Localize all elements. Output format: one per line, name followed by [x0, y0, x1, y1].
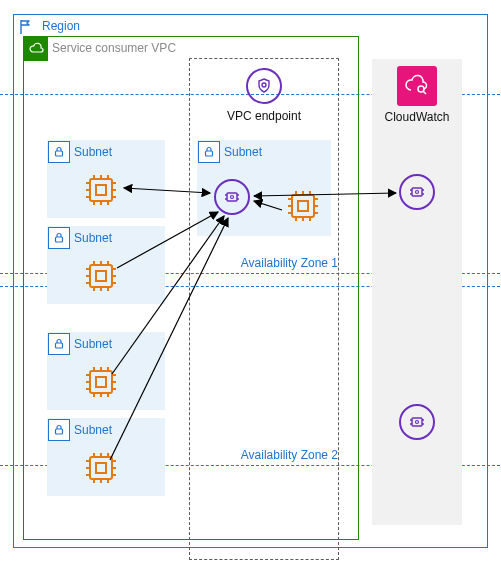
svg-rect-82: [90, 457, 112, 479]
svg-rect-81: [56, 429, 63, 434]
diagram-canvas: Region Availability Zone 1 Availability …: [0, 0, 501, 561]
subnet-az1-public: Subnet: [197, 140, 331, 236]
svg-rect-16: [90, 179, 112, 201]
svg-rect-66: [56, 343, 63, 348]
subnet-label: Subnet: [74, 337, 112, 351]
svg-rect-83: [96, 463, 106, 473]
svg-rect-67: [90, 371, 112, 393]
svg-rect-46: [227, 193, 237, 201]
vpc-endpoint-column: VPC endpoint: [189, 58, 339, 560]
svg-rect-32: [96, 271, 106, 281]
lock-icon: [48, 227, 70, 249]
network-interface-icon: [399, 404, 435, 440]
subnet-az2-1: Subnet: [47, 332, 165, 410]
network-interface-icon: [399, 174, 435, 210]
lock-icon: [48, 141, 70, 163]
lock-icon: [48, 333, 70, 355]
lock-icon: [198, 141, 220, 163]
cpu-chip-icon: [82, 257, 120, 295]
svg-rect-53: [298, 201, 308, 211]
svg-rect-15: [56, 151, 63, 156]
svg-point-8: [416, 191, 419, 194]
network-interface-icon: [214, 179, 250, 215]
shield-icon: [246, 68, 282, 104]
subnet-az1-2: Subnet: [47, 226, 165, 304]
svg-rect-45: [206, 151, 213, 156]
subnet-az1-1: Subnet: [47, 140, 165, 218]
subnet-label: Subnet: [74, 145, 112, 159]
svg-rect-30: [56, 237, 63, 242]
vpc-label: Service consumer VPC: [52, 41, 176, 55]
svg-point-14: [416, 421, 419, 424]
svg-rect-52: [292, 195, 314, 217]
cloud-icon: [24, 37, 48, 61]
cpu-chip-icon: [82, 449, 120, 487]
svg-point-0: [262, 83, 266, 87]
lock-icon: [48, 419, 70, 441]
subnet-label: Subnet: [74, 423, 112, 437]
svg-rect-9: [412, 418, 422, 426]
cpu-chip-icon: [284, 187, 322, 225]
svg-rect-17: [96, 185, 106, 195]
vpc-endpoint-label: VPC endpoint: [190, 109, 338, 123]
svg-rect-68: [96, 377, 106, 387]
svg-point-51: [231, 196, 234, 199]
cpu-chip-icon: [82, 171, 120, 209]
subnet-label: Subnet: [224, 145, 262, 159]
svg-line-2: [423, 91, 426, 94]
region-label: Region: [42, 19, 80, 33]
svg-rect-31: [90, 265, 112, 287]
subnet-label: Subnet: [74, 231, 112, 245]
cloudwatch-icon: [397, 66, 437, 106]
cloudwatch-label: CloudWatch: [372, 110, 462, 124]
svg-rect-3: [412, 188, 422, 196]
cpu-chip-icon: [82, 363, 120, 401]
subnet-az2-2: Subnet: [47, 418, 165, 496]
cloudwatch-column: CloudWatch: [372, 59, 462, 525]
